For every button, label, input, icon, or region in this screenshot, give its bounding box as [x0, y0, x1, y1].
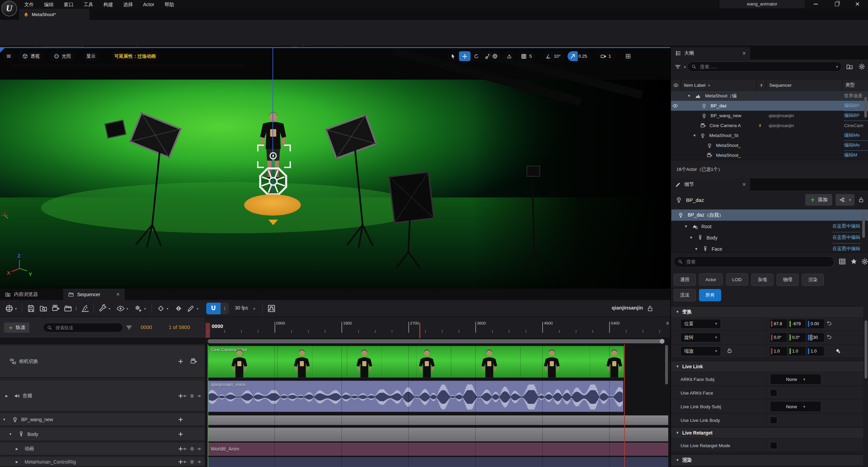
- outliner-search[interactable]: ▾: [687, 61, 842, 72]
- close-button[interactable]: ✕: [850, 0, 865, 8]
- row-visibility-eye-icon[interactable]: [672, 101, 681, 111]
- outliner-row[interactable]: BP_daz编辑BP: [671, 101, 868, 111]
- viewport-lit-button[interactable]: 光照: [49, 51, 75, 61]
- column-sequencer[interactable]: Sequencer: [767, 80, 842, 90]
- keyframe-nav-keycircle[interactable]: [190, 459, 195, 464]
- section-transform[interactable]: ▼变换: [671, 306, 863, 317]
- lock-open-icon[interactable]: [726, 347, 733, 354]
- transform-value-x[interactable]: 87.8: [770, 319, 787, 328]
- timeline-ruler[interactable]: 0000 0900180027003600450054006: [205, 317, 670, 338]
- scale-lock[interactable]: [726, 347, 733, 355]
- track-row-5[interactable]: ▶MetaHuman_ControlRig: [0, 457, 205, 467]
- component-row[interactable]: ▼Root在蓝图中编辑: [671, 221, 868, 232]
- sequencer-settings-wrench-icon[interactable]: [98, 304, 107, 313]
- sequencer-column-icon[interactable]: [757, 80, 766, 90]
- outliner-row[interactable]: MetaShoot_编辑M: [671, 150, 868, 160]
- outliner-settings-icon[interactable]: [858, 63, 866, 70]
- move-tool-button[interactable]: [459, 51, 471, 61]
- tab-sequencer[interactable]: Sequencer ✕: [63, 289, 125, 300]
- column-type[interactable]: 类型: [843, 80, 868, 90]
- sequencer-scrollbar[interactable]: [665, 345, 668, 384]
- tab-outliner[interactable]: 大纲✕: [671, 47, 750, 59]
- grid-snap-control[interactable]: 5: [518, 51, 536, 61]
- details-search-input[interactable]: [686, 259, 830, 265]
- transform-value-y[interactable]: 1.0: [788, 347, 806, 356]
- visibility-column-icon[interactable]: [671, 80, 681, 90]
- edit-in-blueprint-link[interactable]: 在蓝图中编辑: [832, 221, 860, 232]
- snap-options-dots[interactable]: [221, 303, 229, 314]
- restore-button[interactable]: [829, 0, 845, 8]
- row-expander[interactable]: ▼: [693, 131, 696, 140]
- transform-axis-select[interactable]: 缩放▾: [681, 346, 721, 356]
- transform-value-z[interactable]: 1.0: [807, 347, 824, 356]
- outliner-row[interactable]: MetaShoot_编辑Me: [671, 140, 868, 150]
- wrench-chevron[interactable]: ▾: [109, 307, 110, 311]
- grid-snap-value[interactable]: 5: [529, 54, 534, 59]
- sequence-lock-icon[interactable]: [646, 304, 654, 313]
- section-live-link[interactable]: ▼Live Link: [671, 361, 863, 372]
- menu-item-6[interactable]: Actor: [138, 0, 159, 9]
- browse-sequence-icon[interactable]: [39, 304, 48, 313]
- world-local-toggle[interactable]: [489, 51, 501, 61]
- track-expander[interactable]: ▼: [9, 432, 12, 436]
- curve-editor-icon[interactable]: [267, 304, 276, 313]
- keyframe-plus-icon[interactable]: [834, 347, 841, 354]
- filter-chip-渲染[interactable]: 渲染: [802, 274, 824, 286]
- menu-item-7[interactable]: 帮助: [159, 0, 179, 9]
- viewport-show-button[interactable]: 显示: [82, 51, 100, 61]
- track-row-0[interactable]: 相机切换: [0, 346, 205, 378]
- track-row-4[interactable]: ▶动画: [0, 443, 205, 456]
- controlrig-clip[interactable]: [208, 457, 668, 467]
- reset-transform-button[interactable]: [826, 320, 832, 328]
- scale-snap-value[interactable]: 0.25: [578, 54, 590, 59]
- transform-value-x[interactable]: 0.0°: [770, 333, 787, 342]
- transform-value-z[interactable]: 130: [807, 333, 824, 342]
- tab-metashoot[interactable]: MetaShoot*: [19, 9, 89, 20]
- menu-item-4[interactable]: 构建: [98, 0, 118, 9]
- snap-magnet-icon[interactable]: [206, 303, 221, 314]
- filter-chip-杂项[interactable]: 杂项: [751, 274, 773, 286]
- select-tool-button[interactable]: [447, 51, 459, 61]
- transform-value-x[interactable]: 1.0: [770, 347, 787, 356]
- details-close-icon[interactable]: ✕: [742, 182, 746, 187]
- component-tree-scrollbar[interactable]: [862, 212, 865, 238]
- filter-chip-LOD[interactable]: LOD: [726, 273, 748, 286]
- viewport-options-button[interactable]: [3, 51, 14, 61]
- section-render[interactable]: ▼渲染: [671, 454, 863, 465]
- range-knob[interactable]: [660, 339, 664, 344]
- animation-clip[interactable]: World8_Anim: [208, 443, 668, 456]
- component-expander[interactable]: ▼: [695, 243, 698, 253]
- menu-item-1[interactable]: 编辑: [39, 0, 59, 9]
- tab-details[interactable]: 细节✕: [671, 178, 750, 191]
- render-movie-icon[interactable]: [64, 304, 72, 313]
- range-slider[interactable]: [205, 338, 670, 344]
- tab-content-browser[interactable]: 内容浏览器: [0, 289, 43, 300]
- filter-chip-Actor[interactable]: Actor: [699, 273, 723, 286]
- column-item-label[interactable]: Item Label▲: [681, 80, 757, 90]
- keyframe-nav-arrowl[interactable]: [183, 459, 188, 464]
- transform-axis-select[interactable]: 位置▾: [681, 319, 721, 329]
- track-row-2[interactable]: ▼BP_wang_new: [0, 413, 205, 426]
- row-expander[interactable]: ▼: [687, 91, 691, 101]
- sequencer-close-icon[interactable]: ✕: [116, 292, 120, 297]
- component-row[interactable]: ▼Face在蓝图中编辑: [671, 243, 868, 253]
- keyframe-nav-arrowr[interactable]: [196, 447, 201, 452]
- pen-chevron[interactable]: ▾: [197, 307, 198, 311]
- eye-chevron[interactable]: ▾: [126, 307, 128, 311]
- create-camera-icon[interactable]: [51, 304, 60, 313]
- add-section-button[interactable]: [178, 416, 184, 423]
- camera-lock-button[interactable]: [190, 358, 197, 365]
- outliner-row[interactable]: ▼MetaShoot（编世界场景: [671, 91, 868, 101]
- track-search[interactable]: [43, 323, 123, 332]
- surface-snapping-button[interactable]: [503, 51, 515, 61]
- track-expander[interactable]: ▶: [5, 394, 8, 398]
- add-track-button[interactable]: 轨道: [4, 322, 29, 333]
- transform-value-z[interactable]: 0.00: [807, 319, 824, 328]
- keyframe-nav-arrowl[interactable]: [183, 394, 188, 399]
- edit-in-blueprint-link[interactable]: 在蓝图中编辑: [832, 232, 860, 244]
- group-bar-body[interactable]: [208, 428, 668, 441]
- add-keyframe-button[interactable]: [834, 347, 841, 355]
- rotate-tool-button[interactable]: [471, 51, 482, 61]
- edit-in-blueprint-link[interactable]: 在蓝图中编辑: [832, 243, 860, 253]
- property-select[interactable]: None▾: [770, 374, 821, 384]
